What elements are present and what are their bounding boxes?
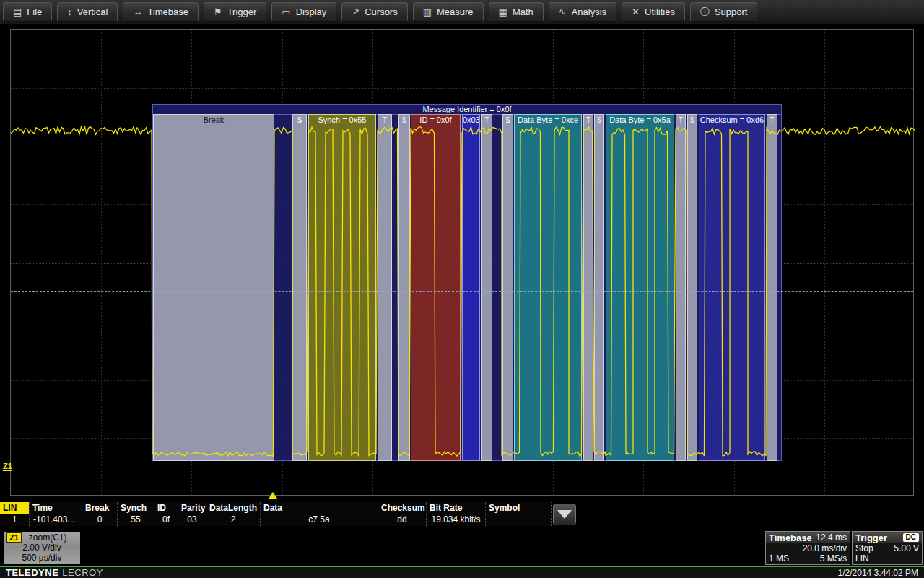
trigger-position-marker[interactable] bbox=[269, 492, 277, 499]
zoom-trace-descriptor[interactable]: Z1 zoom(C1) 2.00 V/div 500 µs/div bbox=[4, 532, 80, 564]
timebase-samplerate: 5 MS/s bbox=[820, 553, 847, 564]
info-circle-icon: ⓘ bbox=[700, 6, 710, 19]
flag-icon: ⚑ bbox=[214, 7, 222, 17]
table-cell-time[interactable]: -101.403... bbox=[29, 514, 82, 526]
menu-utilities[interactable]: ✕Utilities bbox=[622, 2, 685, 22]
zoom-time-per-div: 500 µs/div bbox=[6, 553, 77, 563]
measure-doc-icon: ▥ bbox=[423, 7, 432, 17]
monitor-icon: ▭ bbox=[282, 7, 290, 17]
table-header-time: Time bbox=[29, 502, 82, 514]
tools-icon: ✕ bbox=[632, 7, 640, 17]
trigger-coupling-badge: DC bbox=[903, 533, 919, 542]
chevron-down-icon bbox=[557, 510, 572, 519]
menu-utilities-label: Utilities bbox=[645, 7, 675, 17]
menu-trigger[interactable]: ⚑Trigger bbox=[204, 2, 266, 22]
table-cell-symbol[interactable] bbox=[485, 514, 552, 526]
menu-display-label: Display bbox=[296, 7, 327, 17]
menu-bar: ▤File ↕Vertical ↔Timebase ⚑Trigger ▭Disp… bbox=[0, 0, 924, 25]
lin-decode-table: LIN Time Break Synch ID Parity DataLengt… bbox=[0, 502, 552, 526]
table-cell-bitrate[interactable]: 19.034 kbit/s bbox=[426, 514, 485, 526]
table-header-symbol: Symbol bbox=[485, 502, 552, 514]
menu-display[interactable]: ▭Display bbox=[271, 2, 336, 22]
table-header-checksum: Checksum bbox=[378, 502, 426, 514]
table-cell-break[interactable]: 0 bbox=[82, 514, 117, 526]
table-cell-data[interactable]: c7 5a bbox=[260, 514, 378, 526]
table-header-parity: Parity bbox=[178, 502, 206, 514]
table-cell-datalength[interactable]: 2 bbox=[206, 514, 260, 526]
zoom-source-label: zoom(C1) bbox=[29, 532, 67, 543]
menu-file-label: File bbox=[27, 7, 42, 17]
zoom-trace-axis-label: Z1 bbox=[3, 462, 12, 471]
trigger-descriptor[interactable]: Trigger DC Stop 5.00 V LIN bbox=[852, 531, 923, 565]
menu-file[interactable]: ▤File bbox=[3, 2, 52, 22]
menu-cursors-label: Cursors bbox=[365, 7, 398, 17]
trigger-level: 5.00 V bbox=[894, 543, 919, 553]
menu-vertical-label: Vertical bbox=[77, 7, 108, 17]
lin-signal-trace bbox=[11, 30, 915, 496]
zoom-volts-per-div: 2.00 V/div bbox=[6, 543, 77, 553]
menu-measure-label: Measure bbox=[437, 7, 474, 17]
brand-lecroy: LECROY bbox=[62, 567, 103, 578]
table-scroll-down-button[interactable] bbox=[553, 504, 576, 525]
clipboard-icon: ▤ bbox=[13, 7, 22, 17]
timebase-points: 1 MS bbox=[769, 553, 789, 564]
trigger-title: Trigger bbox=[855, 532, 887, 543]
timebase-offset: 12.4 ms bbox=[816, 532, 847, 543]
table-header-synch: Synch bbox=[117, 502, 154, 514]
z1-badge: Z1 bbox=[6, 532, 22, 543]
vertical-arrows-icon: ↕ bbox=[67, 7, 72, 17]
brand-teledyne: TELEDYNE bbox=[6, 567, 58, 578]
pointer-arrow-icon: ↗ bbox=[352, 7, 359, 17]
menu-analysis[interactable]: ∿Analysis bbox=[549, 2, 616, 22]
table-header-channel[interactable]: LIN bbox=[0, 502, 29, 514]
table-cell-id[interactable]: 0f bbox=[154, 514, 178, 526]
menu-timebase[interactable]: ↔Timebase bbox=[123, 2, 199, 22]
table-header-break: Break bbox=[82, 502, 117, 514]
menu-timebase-label: Timebase bbox=[147, 7, 188, 17]
table-header-bitrate: Bit Rate bbox=[426, 502, 485, 514]
table-header-datalength: DataLength bbox=[206, 502, 260, 514]
calculator-icon: ▦ bbox=[499, 7, 507, 17]
table-header-id: ID bbox=[154, 502, 178, 514]
table-row-index[interactable]: 1 bbox=[0, 514, 29, 526]
datetime-display: 1/2/2014 3:44:02 PM bbox=[838, 568, 918, 578]
table-cell-synch[interactable]: 55 bbox=[117, 514, 154, 526]
trigger-mode: Stop bbox=[855, 543, 873, 553]
table-cell-checksum[interactable]: dd bbox=[378, 514, 426, 526]
graticule: Message Identifier = 0x0f Break S Synch … bbox=[10, 29, 914, 496]
table-header-data: Data bbox=[260, 502, 378, 514]
horizontal-arrows-icon: ↔ bbox=[133, 7, 142, 17]
menu-measure[interactable]: ▥Measure bbox=[413, 2, 484, 22]
timebase-title: Timebase bbox=[769, 532, 812, 543]
menu-cursors[interactable]: ↗Cursors bbox=[341, 2, 407, 22]
menu-analysis-label: Analysis bbox=[572, 7, 606, 17]
oscilloscope-screen: ▤File ↕Vertical ↔Timebase ⚑Trigger ▭Disp… bbox=[0, 0, 924, 578]
table-cell-parity[interactable]: 03 bbox=[178, 514, 206, 526]
menu-math[interactable]: ▦Math bbox=[489, 2, 544, 22]
menu-support[interactable]: ⓘSupport bbox=[690, 2, 758, 22]
menu-support-label: Support bbox=[715, 7, 748, 17]
timebase-scale: 20.0 ms/div bbox=[803, 543, 847, 553]
menu-trigger-label: Trigger bbox=[227, 7, 257, 17]
timebase-descriptor[interactable]: Timebase 12.4 ms 20.0 ms/div 1 MS 5 MS/s bbox=[765, 531, 850, 565]
waveform-chart-icon: ∿ bbox=[559, 7, 567, 17]
trigger-source: LIN bbox=[855, 553, 869, 564]
menu-math-label: Math bbox=[513, 7, 533, 17]
teledyne-lecroy-logo: TELEDYNELECROY bbox=[6, 567, 103, 578]
status-bar: TELEDYNELECROY 1/2/2014 3:44:02 PM bbox=[0, 566, 924, 578]
menu-vertical[interactable]: ↕Vertical bbox=[57, 2, 118, 22]
